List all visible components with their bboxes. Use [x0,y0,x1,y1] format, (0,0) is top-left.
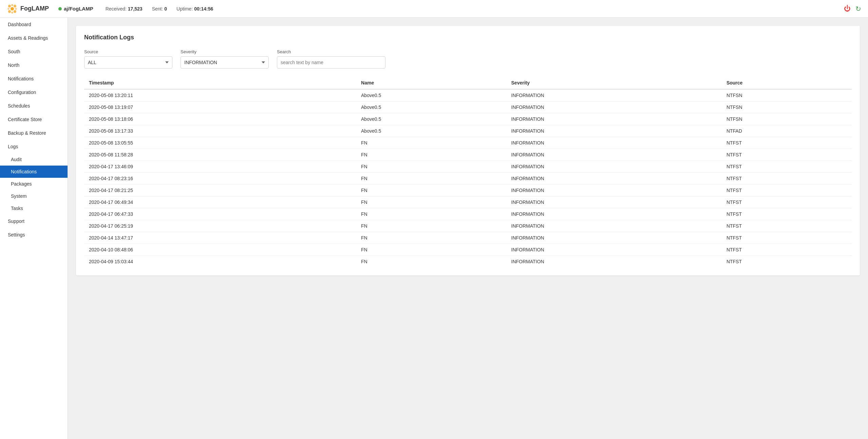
cell-timestamp: 2020-04-14 13:47:17 [84,232,356,244]
sidebar-item-schedules[interactable]: Schedules [0,99,68,113]
sidebar-sub-item-system[interactable]: System [0,190,68,202]
table-row: 2020-05-08 13:20:11Above0.5INFORMATIONNT… [84,89,852,101]
uptime-stat: Uptime: 00:14:56 [176,6,213,12]
cell-name: Above0.5 [356,125,507,137]
sidebar-sub-item-packages[interactable]: Packages [0,178,68,190]
table-header: Timestamp Name Severity Source [84,77,852,89]
sidebar-item-north[interactable]: North [0,58,68,72]
cell-severity: INFORMATION [507,89,722,101]
notification-logs-card: Notification Logs Source ALL NTFSN NTFST… [76,26,860,275]
search-input[interactable] [277,56,385,69]
cell-name: FN [356,173,507,185]
severity-label: Severity [181,49,269,54]
cell-name: FN [356,185,507,196]
sidebar-sub-item-audit[interactable]: Audit [0,153,68,166]
cell-name: FN [356,232,507,244]
foglamp-logo-icon [7,3,18,14]
cell-source: NTFSN [722,89,852,101]
cell-timestamp: 2020-05-08 13:05:55 [84,137,356,149]
cell-severity: INFORMATION [507,101,722,113]
cell-name: Above0.5 [356,89,507,101]
cell-source: NTFST [722,137,852,149]
table-row: 2020-04-17 08:23:16FNINFORMATIONNTFST [84,173,852,185]
sidebar-item-notifications[interactable]: Notifications [0,72,68,85]
card-title: Notification Logs [84,34,852,41]
sidebar-item-support[interactable]: Support [0,214,68,228]
sidebar-item-certificate-store[interactable]: Certificate Store [0,113,68,126]
cell-timestamp: 2020-05-08 13:17:33 [84,125,356,137]
source-filter-group: Source ALL NTFSN NTFST NTFAD [84,49,172,69]
cell-timestamp: 2020-04-17 06:47:33 [84,208,356,220]
cell-name: FN [356,149,507,161]
cell-source: NTFSN [722,113,852,125]
col-source: Source [722,77,852,89]
cell-severity: INFORMATION [507,256,722,268]
table-body: 2020-05-08 13:20:11Above0.5INFORMATIONNT… [84,89,852,267]
cell-name: FN [356,256,507,268]
filters-row: Source ALL NTFSN NTFST NTFAD Severity IN… [84,49,852,69]
sidebar-item-assets-readings[interactable]: Assets & Readings [0,31,68,45]
cell-source: NTFST [722,256,852,268]
table-row: 2020-05-08 13:19:07Above0.5INFORMATIONNT… [84,101,852,113]
table-row: 2020-04-17 06:49:34FNINFORMATIONNTFST [84,196,852,208]
table-row: 2020-04-17 06:25:19FNINFORMATIONNTFST [84,220,852,232]
cell-source: NTFST [722,149,852,161]
status-indicator [58,7,62,11]
table-row: 2020-05-08 13:18:06Above0.5INFORMATIONNT… [84,113,852,125]
cell-severity: INFORMATION [507,232,722,244]
col-name: Name [356,77,507,89]
cell-source: NTFSN [722,101,852,113]
cell-source: NTFST [722,244,852,256]
cell-name: FN [356,220,507,232]
sidebar-item-settings[interactable]: Settings [0,228,68,242]
svg-point-1 [11,4,13,6]
cell-name: Above0.5 [356,113,507,125]
cell-name: Above0.5 [356,101,507,113]
received-stat: Received: 17,523 [106,6,143,12]
received-value: 17,523 [128,6,143,12]
sidebar-item-backup-restore[interactable]: Backup & Restore [0,126,68,140]
cell-severity: INFORMATION [507,244,722,256]
cell-severity: INFORMATION [507,208,722,220]
col-severity: Severity [507,77,722,89]
cell-name: FN [356,137,507,149]
svg-point-0 [8,5,11,7]
cell-severity: INFORMATION [507,173,722,185]
cell-timestamp: 2020-04-17 08:23:16 [84,173,356,185]
source-select[interactable]: ALL NTFSN NTFST NTFAD [84,56,172,69]
power-button[interactable]: ⏻ [844,5,851,13]
cell-severity: INFORMATION [507,161,722,173]
cell-source: NTFST [722,196,852,208]
instance-name: aj/FogLAMP [64,6,93,12]
cell-name: FN [356,208,507,220]
col-timestamp: Timestamp [84,77,356,89]
sidebar-item-configuration[interactable]: Configuration [0,85,68,99]
cell-timestamp: 2020-04-17 08:21:25 [84,185,356,196]
cell-severity: INFORMATION [507,125,722,137]
severity-select[interactable]: INFORMATION WARNING ERROR DEBUG [181,56,269,69]
cell-severity: INFORMATION [507,196,722,208]
sent-value: 0 [164,6,167,12]
svg-point-3 [7,8,10,10]
header-actions: ⏻ ↻ [844,5,861,13]
cell-source: NTFST [722,161,852,173]
cell-timestamp: 2020-05-08 13:20:11 [84,89,356,101]
table-row: 2020-05-08 11:58:28FNINFORMATIONNTFST [84,149,852,161]
svg-point-8 [14,10,16,13]
sidebar-item-south[interactable]: South [0,45,68,58]
cell-name: FN [356,196,507,208]
svg-point-2 [14,5,16,7]
sidebar-sub-item-tasks[interactable]: Tasks [0,202,68,214]
log-table: Timestamp Name Severity Source 2020-05-0… [84,77,852,267]
uptime-value: 00:14:56 [194,6,213,12]
app-name: FogLAMP [20,5,49,12]
sidebar-sub-item-notifications[interactable]: Notifications [0,166,68,178]
cell-timestamp: 2020-05-08 11:58:28 [84,149,356,161]
table-row: 2020-04-10 08:48:06FNINFORMATIONNTFST [84,244,852,256]
sidebar-item-dashboard[interactable]: Dashboard [0,18,68,31]
cell-name: FN [356,244,507,256]
refresh-button[interactable]: ↻ [855,5,861,13]
sidebar-item-logs[interactable]: Logs [0,140,68,153]
table-row: 2020-04-09 15:03:44FNINFORMATIONNTFST [84,256,852,268]
cell-source: NTFAD [722,125,852,137]
